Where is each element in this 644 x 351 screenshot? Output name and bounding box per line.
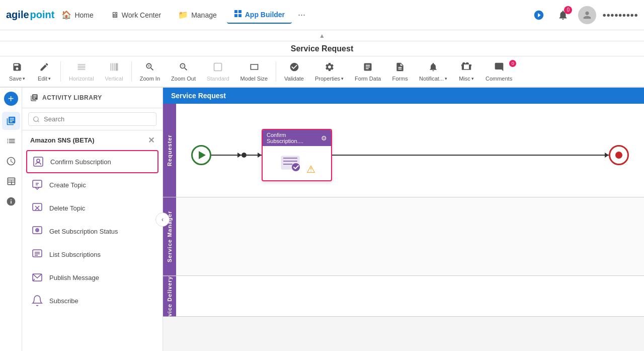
activity-item-subscribe[interactable]: Subscribe [22, 289, 163, 312]
activity-item-publish-message[interactable]: Publish Message [22, 266, 163, 289]
flow-connector-3 [332, 155, 347, 156]
nav-appbuilder-label: App Builder [245, 11, 285, 19]
vertical-label: Vertical [105, 76, 123, 82]
notifications-icon[interactable]: 0 [554, 6, 572, 24]
edit-icon [39, 62, 49, 75]
standard-button[interactable]: Standard [202, 59, 234, 85]
collapse-bar[interactable]: ▲ [0, 30, 644, 41]
edit-label: Edit ▾ [38, 76, 51, 82]
activity-item-get-subscription-status[interactable]: Get Subscription Status [22, 220, 163, 243]
arrow-head-2 [258, 153, 262, 158]
add-activity-button[interactable]: + [4, 92, 18, 106]
activity-item-delete-topic[interactable]: Delete Topic [22, 196, 163, 220]
list-icon[interactable] [2, 132, 20, 150]
svg-rect-0 [234, 10, 237, 13]
library-icon[interactable] [2, 112, 20, 130]
canvas-title: Service Request [163, 88, 644, 104]
confirm-subscription-node[interactable]: Confirm Subscription.... ⚙ [262, 129, 332, 181]
validate-button[interactable]: Validate [279, 59, 309, 85]
search-input[interactable] [28, 112, 156, 126]
swim-lane-service-delivery: vice Delivery [163, 276, 644, 317]
start-node[interactable] [191, 145, 211, 165]
list-subscriptions-icon [30, 247, 44, 261]
zoom-in-label: Zoom In [140, 76, 160, 82]
node-warning-icon: ⚠ [306, 163, 315, 175]
misc-label: Misc ▾ [459, 76, 474, 82]
node-header: Confirm Subscription.... ⚙ [263, 130, 331, 146]
misc-button[interactable]: Misc ▾ [453, 59, 479, 85]
node-title: Confirm Subscription.... [267, 132, 321, 144]
page-title: Service Request [0, 41, 644, 56]
nav-workcenter-label: Work Center [122, 11, 161, 19]
swim-lane-service-delivery-body [176, 276, 644, 316]
category-close-button[interactable]: ✕ [148, 135, 154, 145]
info-icon[interactable] [2, 192, 20, 210]
zoom-in-button[interactable]: Zoom In [135, 59, 165, 85]
activity-item-create-topic[interactable]: Create Topic [22, 173, 163, 196]
nav-appbuilder[interactable]: App Builder [227, 7, 292, 24]
save-button[interactable]: Save ▾ [4, 59, 30, 85]
nav-workcenter[interactable]: 🖥 Work Center [104, 8, 168, 23]
svg-rect-7 [33, 180, 42, 187]
properties-button[interactable]: Properties ▾ [310, 59, 349, 85]
notifications-toolbar-button[interactable]: Notificat... ▾ [414, 59, 452, 85]
flow-row-1: Confirm Subscription.... ⚙ [191, 129, 629, 181]
publish-message-icon [30, 270, 44, 285]
user-avatar[interactable] [578, 6, 596, 24]
zoom-out-button[interactable]: Zoom Out [166, 59, 201, 85]
activity-library-panel: ACTIVITY LIBRARY Amazon SNS (BETA) ✕ Con… [22, 88, 163, 351]
flow-connector-2 [247, 155, 262, 156]
forms-button[interactable]: Forms [387, 59, 413, 85]
flow-connector-long [347, 155, 609, 156]
comments-badge: 0 [509, 60, 516, 67]
home-icon: 🏠 [61, 10, 71, 20]
canvas-content[interactable]: Requester [163, 104, 644, 349]
vertical-button[interactable]: Vertical [100, 59, 128, 85]
activity-item-confirm-subscription[interactable]: Confirm Subscription [26, 150, 158, 173]
ai-assist-icon[interactable] [530, 6, 548, 24]
edit-button[interactable]: Edit ▾ [31, 59, 57, 85]
node-gear-icon[interactable]: ⚙ [321, 134, 327, 142]
validate-label: Validate [284, 76, 304, 82]
horizontal-label: Horizontal [69, 76, 94, 82]
create-topic-label: Create Topic [49, 181, 86, 189]
activity-search-container [22, 108, 163, 130]
model-size-button[interactable]: Model Size [235, 59, 273, 85]
comments-label: Comments [486, 76, 512, 82]
notifications-toolbar-icon [428, 62, 438, 75]
category-label: Amazon SNS (BETA) [30, 136, 95, 144]
comments-button[interactable]: 0 Comments [480, 59, 517, 85]
table-icon[interactable] [2, 172, 20, 190]
horizontal-icon [76, 62, 87, 75]
model-size-icon [249, 62, 259, 75]
nav-home[interactable]: 🏠 Home [54, 7, 100, 23]
flow-dot-1 [242, 153, 247, 158]
grid-icon [234, 10, 242, 20]
page-title-text: Service Request [291, 44, 354, 53]
clock-icon[interactable] [2, 152, 20, 170]
nav-more-button[interactable]: ··· [295, 7, 308, 23]
nav-manage[interactable]: 📁 Manage [171, 7, 224, 23]
svg-point-24 [292, 163, 300, 171]
svg-rect-4 [214, 63, 222, 71]
delete-topic-icon [30, 201, 44, 215]
subscribe-label: Subscribe [49, 297, 78, 305]
nav-right: 0 ●●●●●●●●● [530, 6, 638, 24]
nav-home-label: Home [74, 11, 93, 19]
form-data-button[interactable]: Form Data [350, 59, 386, 85]
canvas-area: Service Request Requester [163, 88, 644, 351]
chevron-up-icon: ▲ [319, 32, 325, 39]
node-main-icon [278, 151, 302, 175]
model-size-label: Model Size [240, 76, 268, 82]
notifications-toolbar-label: Notificat... ▾ [419, 76, 447, 82]
horizontal-button[interactable]: Horizontal [64, 59, 99, 85]
toolbar-sep-2 [131, 61, 132, 82]
nav-manage-label: Manage [191, 11, 217, 19]
swim-lane-requester-body: Confirm Subscription.... ⚙ [176, 104, 644, 197]
panel-collapse-button[interactable]: ‹ [155, 213, 170, 227]
end-node[interactable] [609, 145, 629, 165]
get-subscription-status-icon [30, 224, 44, 238]
activity-item-list-subscriptions[interactable]: List Subscriptions [22, 243, 163, 266]
swim-lane-service-manager-body [176, 197, 644, 275]
notification-badge: 0 [564, 6, 572, 14]
